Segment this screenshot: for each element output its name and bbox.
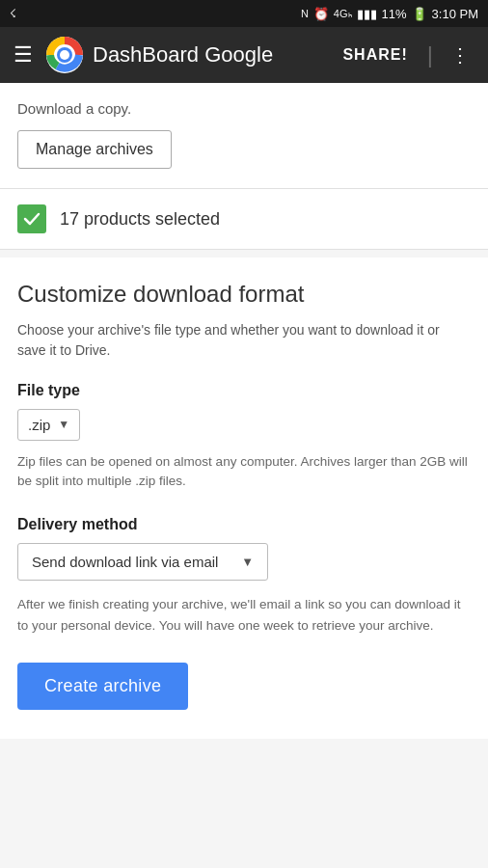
svg-point-2: [60, 50, 69, 60]
more-options-button[interactable]: ⋮: [443, 40, 478, 70]
share-button[interactable]: SHARE!: [333, 41, 417, 69]
usb-icon: ☇: [10, 7, 16, 20]
delivery-method-value: Send download link via email: [32, 554, 231, 570]
customize-description: Choose your archive's file type and whet…: [17, 320, 471, 361]
download-copy-text: Download a copy.: [17, 100, 471, 117]
status-right: N ⏰ 4Gₕ ▮▮▮ 11% 🔋 3:10 PM: [301, 7, 478, 21]
vertical-divider: |: [427, 41, 433, 68]
create-archive-button[interactable]: Create archive: [17, 663, 188, 710]
app-bar: ☰ DashBoard Google SHARE! | ⋮: [0, 27, 488, 83]
status-bar: ☇ N ⏰ 4Gₕ ▮▮▮ 11% 🔋 3:10 PM: [0, 0, 488, 27]
delivery-hint-text: After we finish creating your archive, w…: [17, 594, 471, 636]
app-title: DashBoard Google: [93, 42, 323, 68]
download-copy-section: Download a copy. Manage archives: [0, 83, 488, 189]
file-type-value: .zip: [28, 417, 50, 433]
file-type-select[interactable]: .zip ▼: [17, 409, 80, 441]
file-type-label: File type: [17, 382, 471, 399]
selected-section: 17 products selected: [0, 189, 488, 250]
network-icon: 4Gₕ: [334, 8, 352, 20]
checkmark-icon: [22, 209, 41, 229]
battery-percent: 11%: [382, 7, 407, 21]
status-left: ☇: [10, 7, 16, 20]
file-type-hint: Zip files can be opened on almost any co…: [17, 452, 471, 492]
signal-bars: ▮▮▮: [357, 7, 377, 21]
main-content: Customize download format Choose your ar…: [0, 258, 488, 739]
nfc-icon: N: [301, 8, 309, 19]
delivery-method-label: Delivery method: [17, 516, 471, 533]
delivery-dropdown-arrow: ▼: [241, 555, 254, 569]
alarm-icon: ⏰: [313, 7, 329, 21]
delivery-method-select[interactable]: Send download link via email ▼: [17, 543, 268, 581]
time: 3:10 PM: [432, 7, 478, 21]
checkbox-selected[interactable]: [17, 204, 46, 233]
manage-archives-button[interactable]: Manage archives: [17, 130, 172, 169]
selected-count-text: 17 products selected: [60, 209, 220, 230]
app-logo: [46, 37, 83, 73]
hamburger-button[interactable]: ☰: [10, 39, 37, 71]
more-icon: ⋮: [450, 44, 471, 66]
file-type-dropdown-arrow: ▼: [58, 418, 69, 431]
battery-icon: 🔋: [412, 7, 427, 21]
customize-title: Customize download format: [17, 281, 471, 309]
hamburger-icon: ☰: [14, 42, 33, 67]
